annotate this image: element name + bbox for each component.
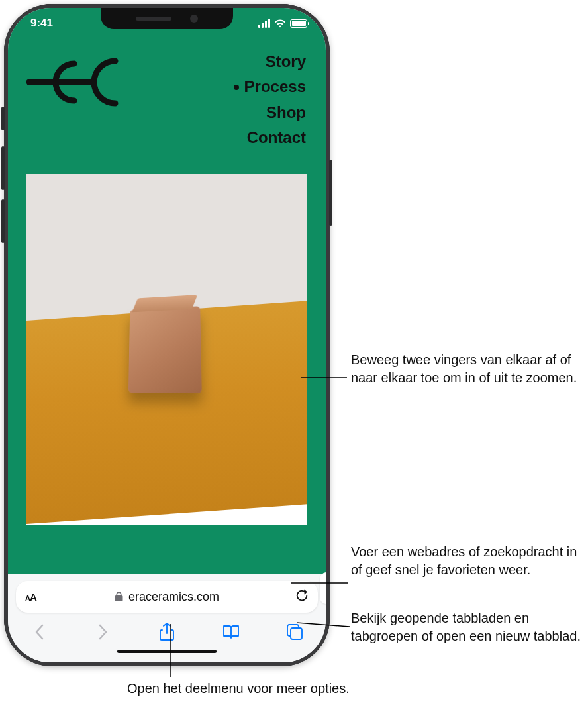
safari-chrome: AA eraceramics.com bbox=[8, 574, 326, 662]
callout-zoom: Beweeg twee vingers van elkaar af of naa… bbox=[351, 351, 588, 387]
clay-block bbox=[128, 306, 202, 393]
volume-up-button bbox=[1, 146, 5, 190]
status-time: 9:41 bbox=[30, 17, 53, 30]
site-logo[interactable] bbox=[26, 49, 126, 115]
nav-label: Contact bbox=[247, 125, 306, 150]
back-button[interactable] bbox=[29, 622, 49, 642]
mute-switch bbox=[1, 107, 5, 130]
text-size-button[interactable]: AA bbox=[25, 592, 36, 603]
status-bar: 9:41 bbox=[8, 8, 326, 38]
nav-item-story[interactable]: Story bbox=[234, 49, 306, 74]
side-button bbox=[329, 160, 332, 226]
battery-icon bbox=[290, 19, 307, 28]
nav-item-shop[interactable]: Shop bbox=[234, 100, 306, 125]
wifi-icon bbox=[274, 19, 286, 28]
volume-down-button bbox=[1, 199, 5, 243]
svg-rect-2 bbox=[291, 628, 302, 639]
iphone-device-frame: 9:41 bbox=[4, 4, 330, 666]
nav-item-process[interactable]: Process bbox=[234, 74, 306, 99]
svg-line-5 bbox=[297, 623, 350, 627]
nav-item-contact[interactable]: Contact bbox=[234, 125, 306, 150]
site-nav: Story Process Shop Contact bbox=[234, 49, 306, 151]
hero-image bbox=[26, 174, 307, 525]
address-url: eraceramics.com bbox=[128, 590, 219, 604]
safari-toolbar bbox=[16, 613, 318, 643]
reload-button[interactable] bbox=[295, 588, 309, 605]
address-bar[interactable]: AA eraceramics.com bbox=[16, 581, 318, 613]
screen: 9:41 bbox=[8, 8, 326, 662]
callout-share: Open het deelmenu voor meer opties. bbox=[127, 680, 350, 698]
webpage-content[interactable]: Story Process Shop Contact bbox=[8, 8, 326, 574]
lock-icon bbox=[115, 592, 123, 602]
home-indicator[interactable] bbox=[117, 650, 217, 653]
nav-label: Process bbox=[244, 74, 306, 99]
callout-tabs: Bekijk geopende tabbladen en tabgroepen … bbox=[351, 609, 588, 645]
forward-button[interactable] bbox=[93, 622, 113, 642]
cellular-signal-icon bbox=[258, 19, 270, 28]
nav-label: Shop bbox=[266, 100, 306, 125]
nav-label: Story bbox=[266, 49, 306, 74]
bookmarks-button[interactable] bbox=[221, 622, 241, 642]
callout-address: Voer een webadres of zoekopdracht in of … bbox=[351, 543, 588, 579]
